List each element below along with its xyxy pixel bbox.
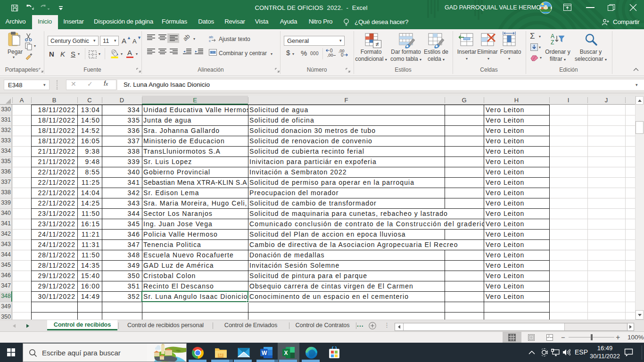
svg-text:X: X: [284, 350, 288, 356]
svg-text:W: W: [262, 350, 267, 356]
